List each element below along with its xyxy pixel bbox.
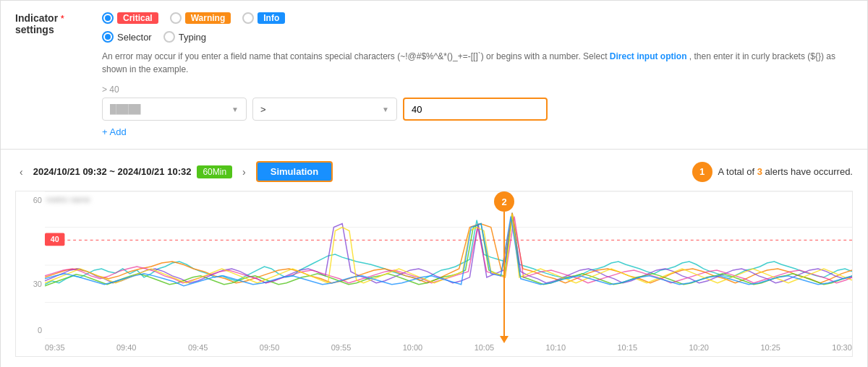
selector-radio-circle[interactable] [102, 31, 114, 43]
field-selector[interactable]: █████ ▼ [102, 98, 247, 121]
annotation-2-container: 2 [493, 191, 515, 343]
typing-label: Typing [179, 32, 206, 43]
y-label-0: 0 [38, 326, 42, 334]
x-label-1030: 10:30 [832, 343, 852, 352]
x-label-1010: 10:10 [546, 343, 566, 352]
section-label: Indicator * settings [15, 12, 102, 137]
x-label-1000: 10:00 [403, 343, 423, 352]
selector-label: Selector [117, 32, 152, 43]
direct-input-link[interactable]: Direct input option [610, 51, 687, 61]
time-nav-row: ‹ 2024/10/21 09:32 ~ 2024/10/21 10:32 60… [15, 161, 853, 182]
severity-radio-row: Critical Warning Info [102, 12, 853, 24]
info-badge: Info [258, 12, 285, 24]
warning-radio-circle[interactable] [170, 12, 182, 24]
field-selector-arrow: ▼ [231, 105, 239, 113]
duration-badge: 60Min [197, 165, 232, 178]
help-text: An error may occur if you enter a field … [102, 50, 853, 76]
x-axis: 09:35 09:40 09:45 09:50 09:55 10:00 10:0… [45, 339, 852, 356]
typing-radio-item[interactable]: Typing [163, 31, 206, 43]
condition-label: > 40 [102, 85, 853, 95]
chart-svg: 40 [45, 191, 852, 339]
annotation-arrow-line [503, 212, 505, 336]
add-condition-button[interactable]: + Add [102, 126, 853, 137]
indicator-settings-section: Indicator * settings Critical Warning [1, 1, 867, 150]
operator-arrow: ▼ [382, 105, 389, 113]
start-date: 2024/10/21 [33, 166, 80, 177]
x-label-0945: 09:45 [188, 343, 208, 352]
warning-badge: Warning [185, 12, 231, 24]
x-label-1020: 10:20 [689, 343, 709, 352]
indicator-label: Indicator [15, 12, 58, 24]
separator: ~ [109, 166, 117, 177]
x-label-1015: 10:15 [618, 343, 638, 352]
alert-text-after: alerts have occurred. [765, 166, 853, 177]
critical-badge: Critical [117, 12, 158, 24]
annotation-1-circle: 1 [692, 162, 712, 182]
alert-text: A total of 3 alerts have occurred. [718, 166, 853, 177]
warning-radio-item[interactable]: Warning [170, 12, 231, 24]
operator-value: > [260, 104, 266, 115]
info-radio-circle[interactable] [242, 12, 254, 24]
chart-area: 2 metric name 60 30 0 [15, 191, 853, 357]
help-text-before: An error may occur if you enter a field … [102, 51, 607, 61]
operator-selector[interactable]: > ▼ [252, 98, 397, 121]
svg-text:40: 40 [51, 235, 59, 243]
typing-radio-circle[interactable] [163, 31, 175, 43]
settings-label: settings [15, 24, 54, 35]
simulation-button[interactable]: Simulation [256, 161, 333, 182]
alert-summary: 1 A total of 3 alerts have occurred. [692, 162, 853, 182]
info-radio-item[interactable]: Info [242, 12, 285, 24]
required-star: * [61, 13, 64, 24]
x-label-0935: 09:35 [45, 343, 65, 352]
time-range-display: 2024/10/21 09:32 ~ 2024/10/21 10:32 [33, 166, 192, 177]
x-label-0955: 09:55 [331, 343, 352, 352]
x-label-1005: 10:05 [475, 343, 495, 352]
end-date: 2024/10/21 [117, 166, 164, 177]
alert-text-before: A total of [718, 166, 755, 177]
input-mode-row: Selector Typing [102, 31, 853, 43]
add-button-label: + Add [102, 126, 127, 137]
value-input[interactable] [403, 98, 548, 121]
critical-radio-item[interactable]: Critical [102, 12, 158, 24]
end-time: 10:32 [167, 166, 191, 177]
field-selector-text: █████ [110, 104, 141, 114]
y-label-30: 30 [33, 280, 42, 288]
start-time: 09:32 [82, 166, 106, 177]
filter-row: █████ ▼ > ▼ [102, 98, 853, 121]
chart-section: ‹ 2024/10/21 09:32 ~ 2024/10/21 10:32 60… [1, 150, 867, 367]
x-label-1025: 10:25 [760, 343, 780, 352]
annotation-arrowhead [500, 336, 509, 343]
alert-count: 3 [757, 166, 762, 177]
prev-arrow[interactable]: ‹ [15, 165, 27, 179]
selector-radio-item[interactable]: Selector [102, 31, 152, 43]
next-arrow[interactable]: › [238, 165, 250, 179]
annotation-2-circle: 2 [494, 191, 514, 212]
time-nav-left: ‹ 2024/10/21 09:32 ~ 2024/10/21 10:32 60… [15, 161, 333, 182]
x-label-0940: 09:40 [116, 343, 137, 352]
x-label-0950: 09:50 [260, 343, 280, 352]
settings-content: Critical Warning Info Selector [102, 12, 853, 137]
y-axis: 60 30 0 [16, 191, 45, 339]
y-label-60: 60 [33, 196, 42, 204]
critical-radio-circle[interactable] [102, 12, 114, 24]
